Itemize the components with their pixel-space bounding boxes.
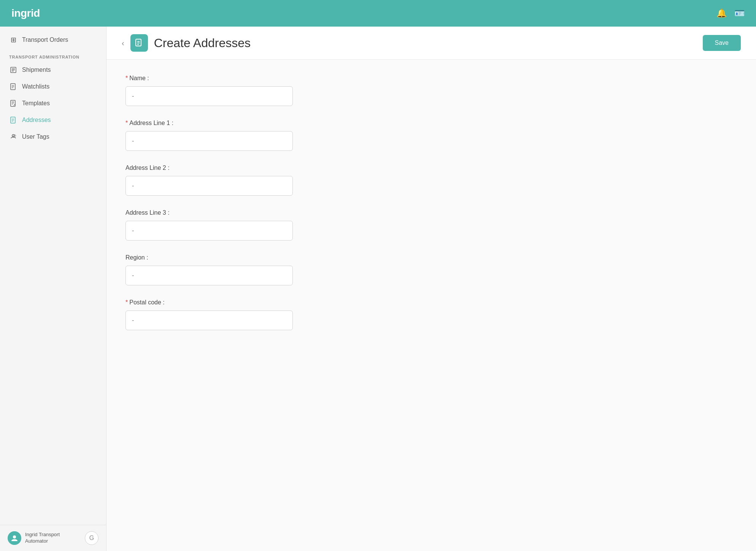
top-header: ingrid 🔔 🪪 [0, 0, 756, 27]
address-line-2-input[interactable] [125, 176, 293, 196]
user-tags-icon [9, 133, 17, 140]
back-button[interactable]: ‹ [122, 39, 124, 47]
svg-rect-19 [136, 39, 141, 46]
sidebar-item-user-tags-label: User Tags [22, 133, 49, 140]
save-button[interactable]: Save [703, 35, 741, 51]
grid-icon: ⊞ [9, 36, 17, 44]
postal-code-input[interactable] [125, 310, 293, 330]
page-title: Create Addresses [154, 36, 251, 50]
page-header: ‹ Create Addresses Save [106, 27, 756, 60]
sidebar-item-user-tags[interactable]: User Tags [0, 128, 106, 145]
section-label: TRANSPORT ADMINISTRATION [0, 49, 106, 62]
label-address-line-3: Address Line 3 : [125, 209, 737, 216]
transport-orders-label: Transport Orders [22, 36, 68, 43]
sidebar-item-watchlists-label: Watchlists [22, 83, 49, 90]
header-icons: 🔔 🪪 [716, 8, 745, 18]
svg-point-17 [12, 135, 14, 137]
sidebar-item-templates[interactable]: Templates [0, 95, 106, 112]
logo: ingrid [11, 7, 40, 19]
main-layout: ⊞ Transport Orders TRANSPORT ADMINISTRAT… [0, 27, 756, 551]
sidebar-item-addresses-label: Addresses [22, 117, 51, 124]
page-icon [130, 34, 148, 52]
notification-icon[interactable]: 🔔 [716, 8, 727, 18]
form-group-address-line-1: * Address Line 1 : [125, 120, 737, 151]
addresses-icon [9, 117, 17, 124]
form-group-region: Region : [125, 254, 737, 285]
svg-point-18 [13, 535, 16, 538]
label-address-line-1: * Address Line 1 : [125, 120, 737, 127]
sidebar-item-templates-label: Templates [22, 100, 50, 107]
user-name: Ingrid TransportAutomator [25, 532, 60, 545]
required-star-name: * [125, 75, 128, 82]
avatar [8, 531, 21, 545]
sidebar-bottom: Ingrid TransportAutomator G [0, 525, 106, 551]
form-area: * Name : * Address Line 1 : Address Line… [106, 60, 756, 551]
user-info: Ingrid TransportAutomator [8, 531, 60, 545]
form-group-address-line-3: Address Line 3 : [125, 209, 737, 241]
watchlists-icon [9, 83, 17, 90]
form-group-postal-code: * Postal code : [125, 299, 737, 330]
page-header-left: ‹ Create Addresses [122, 34, 251, 52]
sidebar-item-addresses[interactable]: Addresses [0, 112, 106, 128]
required-star-address-1: * [125, 120, 128, 127]
address-line-1-input[interactable] [125, 131, 293, 151]
shipments-icon [9, 66, 17, 73]
required-star-postal: * [125, 299, 128, 306]
label-postal-code: * Postal code : [125, 299, 737, 306]
label-region: Region : [125, 254, 737, 261]
user-account-icon[interactable]: 🪪 [734, 8, 745, 18]
sidebar-top: ⊞ Transport Orders TRANSPORT ADMINISTRAT… [0, 27, 106, 525]
form-group-name: * Name : [125, 75, 737, 106]
sidebar-item-watchlists[interactable]: Watchlists [0, 78, 106, 95]
templates-icon [9, 100, 17, 107]
sidebar-item-shipments[interactable]: Shipments [0, 62, 106, 78]
address-line-3-input[interactable] [125, 221, 293, 241]
logout-button[interactable]: G [85, 531, 98, 545]
region-input[interactable] [125, 266, 293, 285]
label-address-line-2: Address Line 2 : [125, 165, 737, 171]
content-area: ‹ Create Addresses Save * N [106, 27, 756, 551]
name-input[interactable] [125, 86, 293, 106]
sidebar-item-shipments-label: Shipments [22, 66, 51, 73]
sidebar-item-transport-orders[interactable]: ⊞ Transport Orders [0, 30, 106, 49]
form-group-address-line-2: Address Line 2 : [125, 165, 737, 196]
label-name: * Name : [125, 75, 737, 82]
sidebar: ⊞ Transport Orders TRANSPORT ADMINISTRAT… [0, 27, 106, 551]
svg-rect-8 [11, 100, 15, 106]
